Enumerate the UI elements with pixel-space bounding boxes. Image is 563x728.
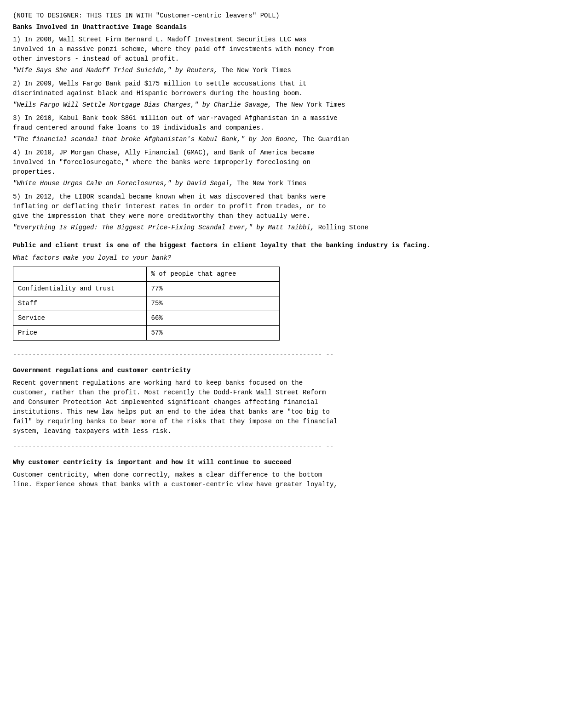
section3-body: Customer centricity, when done correctly… xyxy=(13,470,550,489)
table-cell-pct: 66% xyxy=(146,311,280,326)
table-cell-factor: Confidentiality and trust xyxy=(13,282,147,296)
table-cell-factor: Staff xyxy=(13,296,147,311)
section1-heading: Banks Involved in Unattractive Image Sca… xyxy=(13,23,550,32)
loyalty-table: % of people that agree Confidentiality a… xyxy=(13,267,280,341)
item2-citation-normal: The New York Times xyxy=(272,101,345,108)
item5-citation-normal: Rolling Stone xyxy=(314,224,368,231)
item4-citation-normal: The New York Times xyxy=(233,180,307,187)
section2-heading: Government regulations and customer cent… xyxy=(13,366,550,375)
item4-citation: "White House Urges Calm on Foreclosures,… xyxy=(13,179,550,188)
table-cell-factor: Service xyxy=(13,311,147,326)
item1-citation-normal: The New York Times xyxy=(218,67,291,74)
table-header-pct: % of people that agree xyxy=(146,267,280,282)
table-row: Staff 75% xyxy=(13,296,280,311)
item1-body: 1) In 2008, Wall Street Firm Bernard L. … xyxy=(13,35,550,64)
table-cell-pct: 75% xyxy=(146,296,280,311)
item3-citation-normal: The Guardian xyxy=(299,136,349,143)
item4-body: 4) In 2010, JP Morgan Chase, Ally Financ… xyxy=(13,148,550,177)
loyalty-bold-summary: Public and client trust is one of the bi… xyxy=(13,241,550,250)
item2-citation: "Wells Fargo Will Settle Mortgage Bias C… xyxy=(13,100,550,110)
table-header-factor xyxy=(13,267,147,282)
item5-body: 5) In 2012, the LIBOR scandal became kno… xyxy=(13,192,550,221)
table-row: Price 57% xyxy=(13,326,280,341)
table-cell-pct: 57% xyxy=(146,326,280,341)
item2-body: 2) In 2009, Wells Fargo Bank paid $175 m… xyxy=(13,79,550,98)
item4-citation-italic: "White House Urges Calm on Foreclosures,… xyxy=(13,180,233,187)
designer-note: (NOTE TO DESIGNER: THIS TIES IN WITH "Cu… xyxy=(13,11,550,21)
table-cell-pct: 77% xyxy=(146,282,280,296)
table-cell-factor: Price xyxy=(13,326,147,341)
divider2: ----------------------------------------… xyxy=(13,442,550,451)
item3-body: 3) In 2010, Kabul Bank took $861 million… xyxy=(13,114,550,133)
item5-citation: "Everything Is Rigged: The Biggest Price… xyxy=(13,223,550,233)
loyalty-question: What factors make you loyal to your bank… xyxy=(13,253,550,263)
item2-citation-italic: "Wells Fargo Will Settle Mortgage Bias C… xyxy=(13,101,272,108)
item3-citation-italic: "The financial scandal that broke Afghan… xyxy=(13,136,299,143)
divider1: ----------------------------------------… xyxy=(13,350,550,359)
table-row: Confidentiality and trust 77% xyxy=(13,282,280,296)
item5-citation-italic: "Everything Is Rigged: The Biggest Price… xyxy=(13,224,314,231)
section3-heading: Why customer centricity is important and… xyxy=(13,458,550,467)
item1-citation-italic: "Wife Says She and Madoff Tried Suicide,… xyxy=(13,67,218,74)
item3-citation: "The financial scandal that broke Afghan… xyxy=(13,135,550,144)
item1-citation: "Wife Says She and Madoff Tried Suicide,… xyxy=(13,66,550,75)
section2-body: Recent government regulations are workin… xyxy=(13,378,550,436)
table-row: Service 66% xyxy=(13,311,280,326)
